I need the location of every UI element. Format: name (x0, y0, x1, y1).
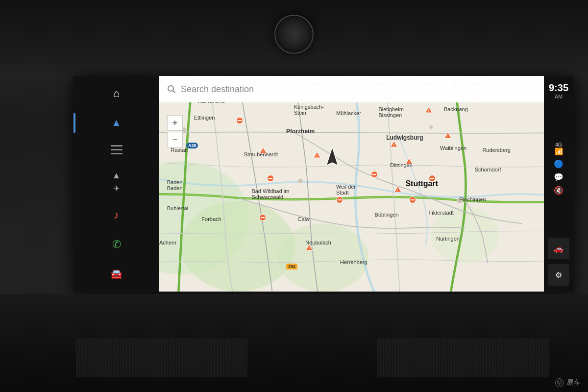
right-bottom-buttons: 🚗 ⚙ (548, 238, 569, 286)
search-icon (167, 85, 176, 94)
svg-point-9 (298, 179, 303, 183)
watermark-logo: © (555, 378, 564, 387)
traffic-no-entry-1 (236, 117, 243, 124)
map-container[interactable]: Search destination (159, 76, 544, 292)
svg-text:!: ! (393, 143, 394, 147)
top-dashboard-bar (0, 0, 588, 78)
sidebar-item-music[interactable]: ♪ (74, 202, 159, 228)
infotainment-screen: ⌂ ▲ ▲ ✈ ♪ (74, 76, 573, 292)
sidebar-item-phone[interactable]: ✆ (74, 232, 159, 257)
svg-text:!: ! (263, 149, 264, 153)
watermark-text: 易车 (567, 378, 581, 386)
phone-icon: ✆ (112, 238, 121, 251)
svg-text:!: ! (309, 246, 310, 250)
traffic-warning-2: ! (313, 151, 321, 160)
map-layer-controls (111, 145, 122, 155)
svg-text:!: ! (428, 109, 429, 112)
speaker-grille-right (377, 338, 549, 377)
svg-point-4 (181, 201, 295, 292)
road-badge-a35: A35 (186, 143, 198, 148)
location-marker (323, 146, 341, 170)
sidebar-compass[interactable]: ▲ ✈ (74, 165, 159, 198)
speaker-grille-left (76, 338, 247, 377)
traffic-no-entry-3 (371, 171, 378, 178)
sidebar-item-navigation[interactable]: ▲ (74, 110, 159, 136)
music-icon: ♪ (114, 209, 119, 221)
message-icon: 💬 (554, 172, 564, 182)
right-status-panel: 9:35 AM 4G 📶 🔵 💬 🔇 🚗 ⚙ (544, 76, 573, 292)
bottom-dashboard-area (0, 294, 588, 392)
road-badge-294: 294 (286, 264, 297, 270)
layers-icon[interactable] (111, 145, 122, 155)
svg-text:!: ! (397, 188, 398, 192)
sidebar: ⌂ ▲ ▲ ✈ ♪ (74, 76, 159, 292)
traffic-warning-6: ! (444, 132, 452, 141)
zoom-controls: + − (167, 115, 183, 147)
compass-arrow-icon: ▲ (112, 171, 121, 181)
search-destination-text[interactable]: Search destination (181, 84, 254, 95)
settings-button[interactable]: ⚙ (548, 264, 569, 286)
search-bar[interactable]: Search destination (159, 76, 544, 102)
traffic-warning-7: ! (394, 186, 402, 195)
mute-icon: 🔇 (554, 186, 564, 195)
bluetooth-icon: 🔵 (554, 159, 564, 169)
brand-watermark: © 易车 (555, 378, 581, 387)
svg-point-10 (429, 125, 433, 129)
svg-text:!: ! (409, 160, 410, 164)
car-view-button[interactable]: 🚗 (548, 238, 569, 259)
clock-time: 9:35 (549, 82, 568, 94)
traffic-no-entry-6 (409, 196, 416, 203)
car-view-icon: 🚗 (554, 244, 564, 253)
svg-point-7 (457, 198, 463, 204)
traffic-warning-8: ! (305, 244, 313, 253)
sidebar-item-car[interactable]: 🚘 (74, 261, 159, 287)
traffic-no-entry-2 (267, 175, 274, 182)
home-icon: ⌂ (113, 87, 120, 100)
zoom-in-button[interactable]: + (167, 115, 183, 131)
traffic-warning-5: ! (405, 158, 413, 167)
zoom-out-button[interactable]: − (167, 132, 183, 147)
sidebar-item-home[interactable]: ⌂ (74, 81, 159, 106)
dashboard: ⌂ ▲ ▲ ✈ ♪ (0, 0, 588, 392)
center-air-vent (274, 15, 314, 54)
map-svg (159, 76, 544, 292)
traffic-warning-4: ! (425, 106, 433, 115)
svg-line-1 (173, 91, 175, 93)
navigation-icon: ▲ (112, 117, 122, 128)
time-display: 9:35 AM (549, 82, 568, 99)
traffic-no-entry-5 (336, 196, 343, 203)
settings-gear-icon: ⚙ (555, 270, 562, 280)
svg-text:!: ! (447, 134, 448, 138)
status-icons: 4G 📶 🔵 💬 🔇 (554, 142, 564, 195)
traffic-warning-3: ! (390, 141, 398, 149)
clock-ampm: AM (549, 94, 568, 99)
sidebar-map-controls (74, 140, 159, 161)
flight-mode-icon: ✈ (113, 184, 120, 193)
traffic-no-entry-7 (259, 214, 266, 221)
network-signal-icon: 4G 📶 (555, 142, 563, 155)
traffic-no-entry-4 (429, 175, 436, 182)
traffic-warning-1: ! (259, 147, 267, 156)
car-icon: 🚘 (110, 268, 122, 280)
svg-text:!: ! (317, 154, 318, 157)
